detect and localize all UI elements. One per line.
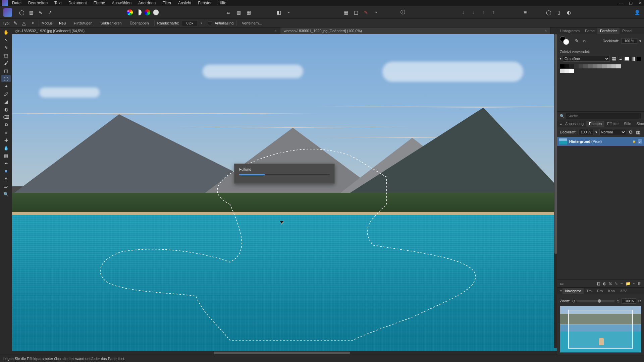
color-format-icon[interactable] [127, 9, 133, 15]
menu-dokument[interactable]: Dokument [68, 1, 87, 5]
tab-stock[interactable]: Stock [634, 121, 644, 127]
tab-pro[interactable]: Pro [594, 288, 605, 294]
minimize-button[interactable]: — [619, 1, 623, 5]
swatch[interactable] [569, 64, 574, 68]
swatch[interactable] [602, 64, 607, 68]
vertical-scrollbar[interactable] [554, 34, 557, 348]
panel-menu-icon[interactable]: ≡ [557, 121, 562, 127]
marquee-tool-icon[interactable]: ◫ [1, 67, 11, 74]
eyedropper-icon[interactable]: ✎ [573, 37, 581, 45]
layer-settings-icon[interactable]: ⚙ [628, 128, 634, 136]
text-tool-icon[interactable]: A [1, 175, 11, 182]
persona-export-icon[interactable]: ↗ [46, 9, 54, 16]
pen-tool-icon[interactable]: ✒ [1, 160, 11, 167]
menu-auswaehlen[interactable]: Auswählen [112, 1, 131, 5]
swatch[interactable] [583, 64, 588, 68]
close-button[interactable]: ✕ [639, 1, 642, 5]
dropdown-caret2-icon[interactable]: ▾ [372, 9, 380, 16]
adjustment-icon[interactable]: ◐ [603, 281, 606, 286]
tab-farbe[interactable]: Farbe [582, 28, 597, 34]
feather-dropdown-icon[interactable]: ▾ [201, 21, 202, 25]
zoom-slider[interactable] [577, 300, 614, 302]
opacity-dropdown-icon[interactable]: ▾ [639, 39, 641, 43]
tab-tra[interactable]: Tra [584, 288, 594, 294]
zoom-input[interactable] [622, 298, 636, 304]
crop-tool-icon[interactable]: ⬚ [1, 52, 11, 59]
mode-new[interactable]: Neu [56, 20, 68, 26]
crop-overlay-icon[interactable]: ◯ [545, 9, 552, 16]
info-icon[interactable]: ⓘ [399, 9, 407, 16]
blend-mode-select[interactable]: Normal [599, 129, 626, 135]
swatch[interactable] [560, 69, 565, 73]
fg-bg-color-circles[interactable] [560, 36, 571, 46]
layer-visibility-checkbox[interactable]: ✓ [638, 139, 642, 143]
polygon-select-icon[interactable]: △ [21, 20, 27, 26]
fill-tool-icon[interactable]: ◢ [1, 98, 11, 105]
tab-ebenen[interactable]: Ebenen [586, 121, 604, 127]
tab-close-icon[interactable]: × [272, 29, 277, 33]
feather-input[interactable] [182, 20, 198, 26]
tab-close-icon[interactable]: × [542, 29, 547, 33]
layer-opacity-input[interactable] [579, 129, 593, 135]
zoom-in-icon[interactable]: ⊕ [616, 299, 620, 303]
tab-navigator[interactable]: Navigator [562, 288, 584, 294]
swatch[interactable] [597, 64, 602, 68]
horizontal-scrollbar[interactable] [12, 351, 557, 355]
selection-dashed-icon[interactable]: ▱ [225, 9, 232, 16]
menu-filter[interactable]: Filter [162, 1, 171, 5]
mode-add[interactable]: Hinzufügen [71, 20, 95, 26]
tab-32v[interactable]: 32V [618, 288, 630, 294]
swatch-grid-icon[interactable]: ▦ [611, 55, 616, 62]
document-tab-2[interactable]: woman-1836601_1920.jpg [Geändert] (100,0… [280, 27, 550, 34]
menu-ebene[interactable]: Ebene [94, 1, 105, 5]
persona-photo-icon[interactable]: ◯ [18, 9, 25, 16]
swatch-options-icon[interactable]: ≡ [618, 55, 623, 62]
zoom-tool-icon[interactable]: 🔍 [1, 191, 11, 197]
freehand-select-icon[interactable]: ✎ [12, 20, 18, 26]
tab-pinsel[interactable]: Pinsel [620, 28, 635, 34]
perspective-tool-icon[interactable]: ▱ [1, 183, 11, 190]
flood-select-tool-icon[interactable]: ✦ [1, 83, 11, 89]
move-tool-icon[interactable]: ↖ [1, 37, 11, 43]
app-icon[interactable] [3, 8, 12, 17]
menu-anordnen[interactable]: Anordnen [138, 1, 156, 5]
mode-intersect[interactable]: Überlappen [127, 20, 152, 26]
freehand-selection-tool-icon[interactable]: ◯ [1, 75, 11, 82]
magnetic-select-icon[interactable]: ⌖ [30, 20, 36, 26]
persona-liquify-icon[interactable]: ▧ [28, 9, 35, 16]
mask-icon[interactable]: ◧ [596, 281, 600, 286]
menu-bearbeiten[interactable]: Bearbeiten [28, 1, 48, 5]
selection-clear-icon[interactable]: ▨ [235, 9, 242, 16]
mesh-warp-tool-icon[interactable]: ▩ [1, 152, 11, 159]
fx-icon[interactable]: fx [609, 281, 612, 286]
swatch-set-select[interactable]: Grautöne [563, 56, 610, 62]
swatch-opacity-input[interactable] [621, 38, 637, 44]
blur-tool-icon[interactable]: 💧 [1, 144, 11, 151]
swatch-gradient-icon[interactable] [631, 57, 635, 61]
navigator-thumbnail[interactable] [560, 306, 641, 353]
assistant-icon[interactable]: ✎ [362, 9, 370, 16]
swatch[interactable] [565, 64, 569, 68]
tab-kan[interactable]: Kan [605, 288, 618, 294]
plain-circle-icon[interactable] [153, 9, 159, 15]
swatch-none-icon[interactable] [625, 57, 629, 61]
bw-icon[interactable] [136, 9, 142, 15]
refine-button[interactable]: Verfeinern... [239, 20, 264, 26]
align-icon[interactable]: ≡ [522, 9, 529, 16]
tab-stile[interactable]: Stile [621, 121, 634, 127]
color-picker-tool-icon[interactable]: ✎ [1, 44, 11, 51]
paint-brush-tool-icon[interactable]: 🖊 [1, 90, 11, 97]
maximize-button[interactable]: ▢ [629, 1, 633, 5]
quick-mask-icon[interactable]: ◧ [275, 9, 282, 16]
swatch[interactable] [607, 64, 611, 68]
zoom-reset-icon[interactable]: ⟳ [638, 299, 641, 303]
stack-icon[interactable]: ▯ [555, 9, 562, 16]
selection-brush-tool-icon[interactable]: 🖌 [1, 60, 11, 66]
rectangle-tool-icon[interactable]: ■ [1, 168, 11, 174]
swatch[interactable] [574, 64, 579, 68]
panel-menu-icon[interactable]: ≡ [557, 288, 562, 294]
autoselect-icon[interactable]: ▦ [245, 9, 252, 16]
tab-farbfelder[interactable]: Farbfelder [597, 28, 620, 34]
hand-tool-icon[interactable]: ✋ [1, 29, 11, 36]
delete-layer-icon[interactable]: 🗑 [637, 281, 641, 286]
